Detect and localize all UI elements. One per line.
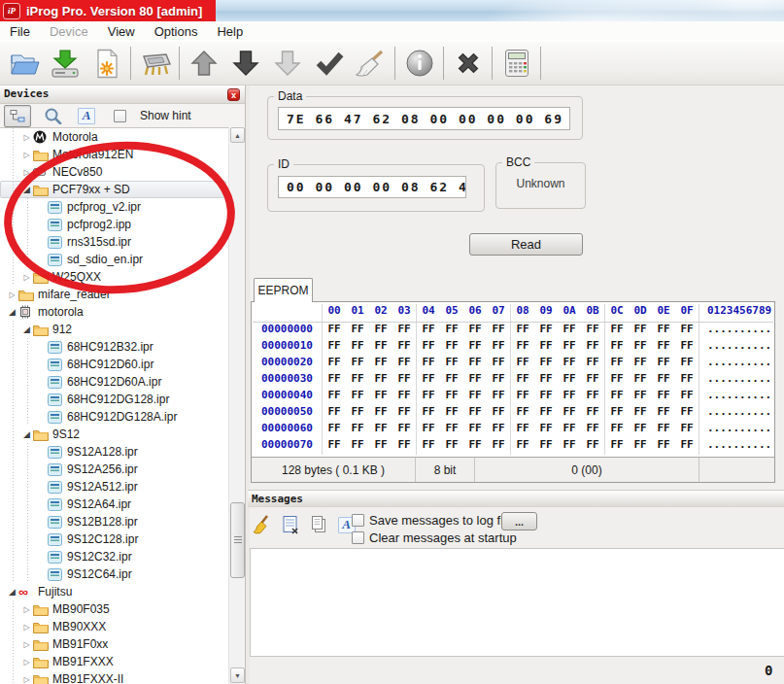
hex-byte-cell[interactable]: FF <box>534 405 558 422</box>
clean-brush-small-icon[interactable] <box>252 514 272 535</box>
hex-byte-cell[interactable]: FF <box>346 339 369 356</box>
tree-item-9s12a128-ipr[interactable]: 9S12A128.ipr <box>0 443 229 461</box>
open-file-icon[interactable] <box>2 44 44 83</box>
hex-byte-cell[interactable]: FF <box>629 438 652 455</box>
tree-item-9s12a512-ipr[interactable]: 9S12A512.ipr <box>0 478 229 496</box>
hex-byte-cell[interactable]: FF <box>463 339 487 356</box>
hex-byte-cell[interactable]: FF <box>558 438 581 455</box>
save-file-icon[interactable] <box>44 44 85 83</box>
hex-grid[interactable]: 000102030405060708090A0B0C0D0E0F01234567… <box>253 304 773 455</box>
tree-item-mb90f035[interactable]: ▷MB90F035 <box>0 600 229 618</box>
hex-byte-cell[interactable]: FF <box>417 422 440 438</box>
hex-byte-cell[interactable]: FF <box>440 323 463 339</box>
hex-byte-cell[interactable]: FF <box>675 389 699 405</box>
info-icon[interactable] <box>398 44 440 83</box>
cancel-icon[interactable] <box>447 44 489 83</box>
hex-byte-cell[interactable]: FF <box>581 339 604 356</box>
hex-byte-cell[interactable]: FF <box>369 372 392 389</box>
scrollbar-down-icon[interactable]: ▼ <box>230 667 245 683</box>
hex-byte-cell[interactable]: FF <box>581 372 604 389</box>
hex-byte-cell[interactable]: FF <box>463 405 487 422</box>
tree-item-68hc912d60-ipr[interactable]: 68HC912D60.ipr <box>0 356 229 373</box>
hex-byte-cell[interactable]: FF <box>629 389 652 405</box>
hex-byte-cell[interactable]: FF <box>629 356 652 372</box>
hex-byte-cell[interactable]: FF <box>558 405 581 422</box>
upload-arrow-icon[interactable] <box>183 44 224 83</box>
hex-byte-cell[interactable]: FF <box>534 323 558 339</box>
hex-byte-cell[interactable]: FF <box>369 356 392 372</box>
tree-item-68hc912dg128-ipr[interactable]: 68HC912DG128.ipr <box>0 391 229 408</box>
hex-byte-cell[interactable]: FF <box>463 389 487 405</box>
hex-byte-cell[interactable]: FF <box>605 372 629 389</box>
hex-byte-cell[interactable]: FF <box>417 356 440 372</box>
hex-byte-cell[interactable]: FF <box>346 389 369 405</box>
menu-item-help[interactable]: Help <box>207 23 253 40</box>
hex-byte-cell[interactable]: FF <box>323 438 346 455</box>
hex-byte-cell[interactable]: FF <box>652 389 675 405</box>
hex-byte-cell[interactable]: FF <box>487 323 510 339</box>
hex-byte-cell[interactable]: FF <box>440 356 463 372</box>
hex-byte-cell[interactable]: FF <box>323 372 346 389</box>
hex-byte-cell[interactable]: FF <box>675 323 699 339</box>
menu-item-file[interactable]: File <box>0 23 40 40</box>
hex-byte-cell[interactable]: FF <box>511 323 534 339</box>
hex-byte-cell[interactable]: FF <box>605 438 629 455</box>
hex-byte-cell[interactable]: FF <box>558 422 581 438</box>
collapse-arrow-icon[interactable]: ◢ <box>20 325 33 334</box>
hex-byte-cell[interactable]: FF <box>417 438 440 455</box>
expand-arrow-icon[interactable]: ▷ <box>20 168 33 177</box>
hex-byte-cell[interactable]: FF <box>558 323 581 339</box>
hex-byte-cell[interactable]: FF <box>511 339 534 356</box>
hex-byte-cell[interactable]: FF <box>487 372 510 389</box>
expand-arrow-icon[interactable]: ▷ <box>20 640 33 649</box>
hex-byte-cell[interactable]: FF <box>369 438 392 455</box>
hex-byte-cell[interactable]: FF <box>323 323 346 339</box>
tree-item-9s12c128-ipr[interactable]: 9S12C128.ipr <box>0 530 229 548</box>
clear-messages-checkbox[interactable] <box>352 531 364 544</box>
collapse-arrow-icon[interactable]: ◢ <box>20 429 33 439</box>
hex-byte-cell[interactable]: FF <box>581 405 604 422</box>
tab-eeprom[interactable]: EEPROM <box>254 278 313 302</box>
hex-byte-cell[interactable]: FF <box>369 323 392 339</box>
tree-scrollbar[interactable]: ▲ ▼ <box>228 127 245 684</box>
tree-item-9s12a256-ipr[interactable]: 9S12A256.ipr <box>0 461 229 478</box>
hex-byte-cell[interactable]: FF <box>463 422 487 438</box>
hex-byte-cell[interactable]: FF <box>463 323 487 339</box>
hex-data-row[interactable]: 00000050FFFFFFFFFFFFFFFFFFFFFFFFFFFFFFFF… <box>253 405 773 422</box>
hex-byte-cell[interactable]: FF <box>369 422 392 438</box>
hex-byte-cell[interactable]: FF <box>605 389 629 405</box>
tree-item-68hc912d60a-ipr[interactable]: 68HC912D60A.ipr <box>0 373 229 391</box>
tree-item-mifare-reader[interactable]: ▷mifare_reader <box>0 286 229 303</box>
hex-byte-cell[interactable]: FF <box>534 422 558 438</box>
id-field[interactable]: 00 00 00 00 08 62 47 66 <box>278 176 466 198</box>
hex-byte-cell[interactable]: FF <box>369 405 392 422</box>
hex-byte-cell[interactable]: FF <box>675 356 699 372</box>
hex-byte-cell[interactable]: FF <box>558 389 581 405</box>
hex-byte-cell[interactable]: FF <box>629 372 652 389</box>
tree-item-motorola912en[interactable]: ▷Motorola912EN <box>0 146 229 163</box>
hex-byte-cell[interactable]: FF <box>487 356 510 372</box>
tree-item-sd-sdio-en-ipr[interactable]: sd_sdio_en.ipr <box>0 251 229 268</box>
read-button[interactable]: Read <box>469 233 583 256</box>
calculator-icon[interactable] <box>495 44 537 83</box>
tree-item-68hc912b32-ipr[interactable]: 68HC912B32.ipr <box>0 338 229 356</box>
hex-data-row[interactable]: 00000040FFFFFFFFFFFFFFFFFFFFFFFFFFFFFFFF… <box>253 389 773 405</box>
hex-data-row[interactable]: 00000010FFFFFFFFFFFFFFFFFFFFFFFFFFFFFFFF… <box>253 339 773 356</box>
devices-close-button[interactable]: x <box>227 88 240 101</box>
hex-byte-cell[interactable]: FF <box>652 422 675 438</box>
hex-byte-cell[interactable]: FF <box>463 372 487 389</box>
hex-byte-cell[interactable]: FF <box>605 323 629 339</box>
collapse-arrow-icon[interactable]: ◢ <box>6 307 18 317</box>
search-icon[interactable] <box>40 106 65 126</box>
hex-data-row[interactable]: 00000070FFFFFFFFFFFFFFFFFFFFFFFFFFFFFFFF… <box>253 438 773 455</box>
show-hint-checkbox[interactable] <box>114 110 126 122</box>
expand-arrow-icon[interactable]: ▷ <box>6 291 18 299</box>
hex-byte-cell[interactable]: FF <box>652 405 675 422</box>
hex-byte-cell[interactable]: FF <box>605 356 629 372</box>
hex-byte-cell[interactable]: FF <box>511 438 534 455</box>
hex-byte-cell[interactable]: FF <box>417 405 440 422</box>
copy-icon[interactable] <box>308 514 328 535</box>
hex-byte-cell[interactable]: FF <box>675 438 699 455</box>
hex-byte-cell[interactable]: FF <box>346 438 369 455</box>
hex-byte-cell[interactable]: FF <box>511 389 534 405</box>
